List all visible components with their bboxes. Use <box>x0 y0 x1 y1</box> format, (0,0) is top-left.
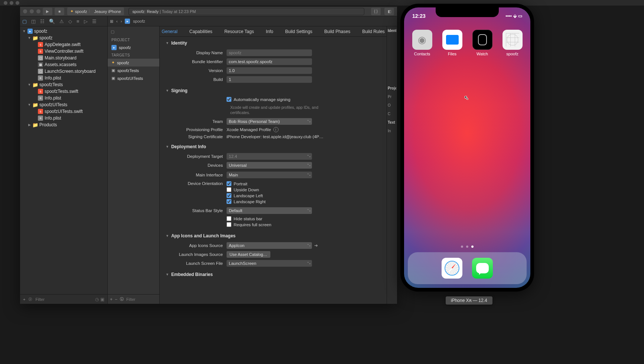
orient-landscape-left-checkbox[interactable]: Landscape Left <box>227 193 266 198</box>
add-icon[interactable]: + <box>23 297 25 302</box>
tab-general[interactable]: General <box>162 27 178 36</box>
goto-icon[interactable]: ➜ <box>314 243 318 248</box>
orient-upside-checkbox[interactable]: Upside Down <box>227 187 266 192</box>
run-button[interactable]: ▶ <box>43 8 52 15</box>
find-navigator-icon[interactable]: 🔍 <box>49 19 55 24</box>
clock-icon[interactable]: ◷ <box>95 297 99 302</box>
traffic-lights[interactable] <box>23 9 40 13</box>
jump-bar-path[interactable]: spoofz <box>133 19 145 23</box>
launch-screen-combobox[interactable]: LaunchScreen <box>227 260 312 267</box>
version-input[interactable] <box>227 67 312 74</box>
assistant-editor-button[interactable]: ◧ <box>384 8 394 15</box>
tree-file[interactable]: sAppDelegate.swift <box>20 41 107 48</box>
build-input[interactable] <box>227 76 312 83</box>
scope-icon[interactable]: ▣ <box>100 297 104 302</box>
tab-build-settings[interactable]: Build Settings <box>285 27 312 36</box>
tree-group-products[interactable]: ▶📁Products <box>20 121 107 128</box>
display-name-input[interactable] <box>227 49 312 56</box>
add-target-icon[interactable]: + <box>110 297 113 302</box>
tree-file[interactable]: sspoofzTests.swift <box>20 88 107 95</box>
scheme-selector[interactable]: ✦ spoofz 〉 Jeauxy iPhone <box>67 7 124 15</box>
team-select[interactable]: Bob Ross (Personal Team) <box>227 118 312 125</box>
standard-editor-button[interactable]: { } <box>371 8 381 15</box>
devices-select[interactable]: Universal <box>227 162 312 169</box>
targets-filter-input[interactable] <box>126 297 152 302</box>
section-header-embedded[interactable]: Embedded Binaries <box>166 272 381 277</box>
appicon-source-label: App Icons Source <box>166 243 227 248</box>
forward-icon[interactable]: › <box>121 19 122 23</box>
deploy-target-combobox[interactable]: 12.4 <box>227 153 312 160</box>
settings-panel: General Capabilities Resource Tags Info … <box>160 26 387 304</box>
tab-build-rules[interactable]: Build Rules <box>362 27 385 36</box>
issue-navigator-icon[interactable]: ⚠ <box>59 19 64 24</box>
jump-bar[interactable]: ⊞ ‹ › ▸ spoofz <box>108 16 397 26</box>
navigator-tabs[interactable]: ▢ ◫ ☷ 🔍 ⚠ ◇ ≡ ▷ ☰ <box>20 16 107 26</box>
section-header-signing[interactable]: Signing <box>166 88 381 93</box>
breakpoint-navigator-icon[interactable]: ▷ <box>84 19 88 24</box>
tree-label: Info.plist <box>45 116 61 121</box>
symbol-navigator-icon[interactable]: ☷ <box>40 19 45 24</box>
file-icon: ▦ <box>38 62 43 67</box>
orient-landscape-right-checkbox[interactable]: Landscape Right <box>227 199 266 204</box>
report-navigator-icon[interactable]: ☰ <box>92 19 97 24</box>
activity-status: spoofz: Ready | Today at 12:23 PM <box>129 8 364 15</box>
tree-file[interactable]: ≡Info.plist <box>20 75 107 81</box>
section-header-appicons[interactable]: App Icons and Launch Images <box>166 233 381 238</box>
settings-scroll[interactable]: Identity Display Name Bundle Identifier … <box>160 37 387 304</box>
tree-file[interactable]: ▦Assets.xcassets <box>20 61 107 68</box>
hide-statusbar-checkbox[interactable]: Hide status bar <box>227 216 271 221</box>
simulator-screen[interactable]: 12:23 •••• ⬙ ▭ ◉Contacts Files Watch spo… <box>404 7 530 288</box>
app-files[interactable]: Files <box>442 30 462 56</box>
tree-file[interactable]: sViewController.swift <box>20 48 107 55</box>
source-control-navigator-icon[interactable]: ◫ <box>31 19 36 24</box>
page-indicator[interactable] <box>461 246 474 248</box>
tree-label: Assets.xcassets <box>45 62 77 67</box>
statusbar-style-select[interactable]: Default <box>227 207 312 214</box>
orient-portrait-checkbox[interactable]: Portrait <box>227 181 266 186</box>
test-navigator-icon[interactable]: ◇ <box>68 19 72 24</box>
tree-file[interactable]: ≡Info.plist <box>20 95 107 101</box>
main-interface-combobox[interactable]: Main <box>227 172 312 178</box>
dock-app-messages[interactable] <box>472 258 493 279</box>
app-watch[interactable]: Watch <box>472 30 492 56</box>
debug-navigator-icon[interactable]: ≡ <box>77 19 79 24</box>
appicon-source-select[interactable]: AppIcon <box>227 242 312 249</box>
tab-resource-tags[interactable]: Resource Tags <box>224 27 254 36</box>
target-row-app[interactable]: ✦ spoofz <box>108 59 159 66</box>
tree-file[interactable]: sspoofzUITests.swift <box>20 108 107 115</box>
project-row[interactable]: ▸ spoofz <box>108 43 159 52</box>
target-row-tests[interactable]: ▣ spoofzTests <box>108 66 159 74</box>
project-tree[interactable]: ▼▸spoofz▼📁spoofzsAppDelegate.swiftsViewC… <box>20 26 107 294</box>
tab-capabilities[interactable]: Capabilities <box>189 27 212 36</box>
sidebar-toggle-icon[interactable]: ▢ <box>108 29 159 36</box>
app-spoofz[interactable]: spoofz <box>502 30 523 56</box>
info-icon[interactable]: i <box>273 127 279 132</box>
tree-project-root[interactable]: ▼▸spoofz <box>20 28 107 35</box>
back-icon[interactable]: ‹ <box>116 19 118 23</box>
remove-target-icon[interactable]: − <box>115 297 117 302</box>
tree-file[interactable]: ≡Info.plist <box>20 115 107 121</box>
section-header-deployment[interactable]: Deployment Info <box>166 144 381 149</box>
tree-file[interactable]: ◻Main.storyboard <box>20 55 107 61</box>
tree-group-spoofzTests[interactable]: ▼📁spoofzTests <box>20 81 107 88</box>
app-contacts[interactable]: ◉Contacts <box>412 30 432 56</box>
target-row-uitests[interactable]: ▣ spoofzUITests <box>108 74 159 82</box>
use-asset-catalog-button[interactable]: Use Asset Catalog… <box>227 251 270 258</box>
disclosure-icon: ▼ <box>27 83 31 87</box>
tab-info[interactable]: Info <box>266 27 273 36</box>
stop-button[interactable]: ■ <box>55 8 64 15</box>
tab-build-phases[interactable]: Build Phases <box>324 27 350 36</box>
fullscreen-checkbox[interactable]: Requires full screen <box>227 222 271 227</box>
tree-group-spoofz[interactable]: ▼📁spoofz <box>20 35 107 41</box>
section-header-identity[interactable]: Identity <box>166 40 381 46</box>
dock-app-safari[interactable] <box>442 258 462 279</box>
tree-file[interactable]: ◻LaunchScreen.storyboard <box>20 68 107 75</box>
bundle-id-input[interactable] <box>227 58 312 65</box>
related-items-icon[interactable]: ⊞ <box>110 19 113 24</box>
tree-label: spoofzUITests <box>39 102 67 107</box>
navigator-filter-input[interactable] <box>35 297 92 302</box>
project-navigator-icon[interactable]: ▢ <box>22 19 27 24</box>
tree-group-spoofzUITests[interactable]: ▼📁spoofzUITests <box>20 101 107 108</box>
tree-label: Info.plist <box>45 75 61 81</box>
auto-signing-checkbox[interactable]: Automatically manage signing <box>227 97 290 102</box>
